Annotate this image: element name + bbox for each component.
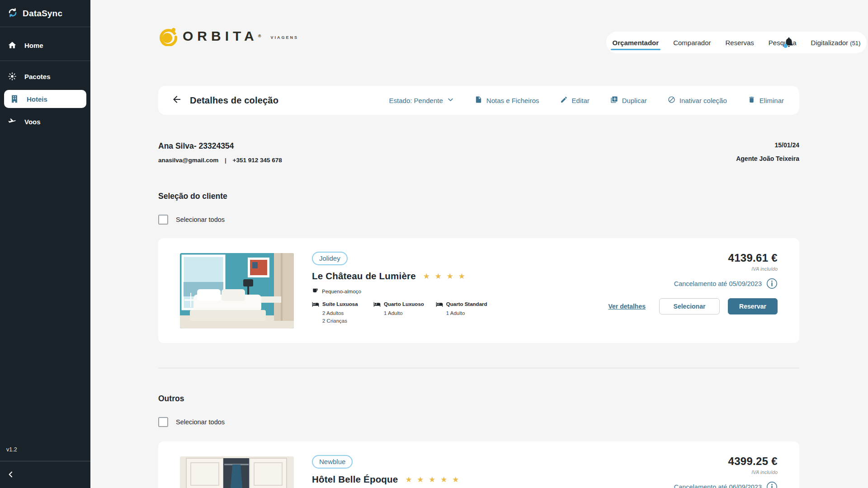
sidebar-item-pacotes[interactable]: Pacotes bbox=[0, 66, 90, 86]
bed-icon bbox=[436, 301, 443, 308]
hotel-price-panel: 4139.61 € IVA incluído Cancelamento até … bbox=[609, 252, 778, 314]
hotel-actions: Ver detalhes Selecionar Reservar bbox=[609, 298, 778, 314]
duplicate-icon bbox=[610, 96, 618, 105]
chevron-down-icon bbox=[447, 96, 454, 104]
select-button[interactable]: Selecionar bbox=[659, 298, 720, 314]
info-icon[interactable] bbox=[766, 481, 778, 488]
cancellation-info: Cancelamento até 05/09/2023 bbox=[674, 278, 778, 289]
app-brand: DataSync bbox=[0, 0, 90, 27]
tab-comparador[interactable]: Comparador bbox=[672, 33, 712, 52]
cancellation-text: Cancelamento até 06/09/2023 bbox=[674, 483, 762, 488]
room-item: Quarto Standard 1 Adulto bbox=[436, 301, 487, 324]
sidebar-item-voos[interactable]: Voos bbox=[0, 112, 90, 131]
price: 4139.61 € bbox=[728, 252, 778, 264]
book-button[interactable]: Reservar bbox=[728, 298, 778, 314]
select-all-checkbox[interactable] bbox=[158, 417, 168, 427]
hotel-photo bbox=[180, 456, 294, 488]
orbita-logo: ORBITA® VIAGENS bbox=[158, 26, 298, 49]
notification-dot bbox=[783, 44, 788, 48]
sync-icon bbox=[7, 7, 18, 20]
app-title: DataSync bbox=[23, 9, 62, 19]
hotel-main-info: Jolidey Le Château de Lumière ★ ★ ★ ★ Pe… bbox=[312, 252, 487, 324]
tab-reservas[interactable]: Reservas bbox=[725, 33, 755, 52]
hotel-card: Newblue Hôtel Belle Époque ★ ★ ★ ★ ★ 439… bbox=[158, 441, 799, 488]
room-occupancy: 1 Adulto bbox=[384, 310, 424, 317]
room-item: Suíte Luxuosa 2 Adultos 2 Crianças bbox=[312, 301, 362, 324]
provider-badge: Jolidey bbox=[312, 252, 348, 265]
rooms-list: Suíte Luxuosa 2 Adultos 2 Crianças Quart… bbox=[312, 301, 487, 324]
coffee-icon bbox=[312, 288, 318, 295]
notes-files-button[interactable]: Notas e Ficheiros bbox=[475, 96, 539, 105]
select-all-label: Selecionar todos bbox=[176, 418, 225, 426]
tab-orcamentador[interactable]: Orçamentador bbox=[612, 33, 660, 52]
back-button[interactable] bbox=[170, 94, 184, 107]
toolbar-actions: Estado: Pendente Notas e Ficheiros Edita… bbox=[389, 96, 784, 105]
section-title-client-selection: Seleção do cliente bbox=[158, 192, 227, 201]
hotel-name: Hôtel Belle Époque bbox=[312, 474, 398, 485]
info-icon[interactable] bbox=[766, 278, 778, 289]
room-occupancy: 2 Adultos 2 Crianças bbox=[322, 310, 362, 324]
logo-wordmark: ORBITA® bbox=[183, 26, 265, 46]
tab-digitalizador[interactable]: Digitalizador (51) bbox=[810, 33, 862, 52]
hotel-name: Le Château de Lumière bbox=[312, 271, 416, 282]
board-label: Pequeno-almoço bbox=[322, 289, 361, 294]
page-title: Detalhes de coleção bbox=[190, 95, 278, 106]
board-info: Pequeno-almoço bbox=[312, 288, 487, 295]
vat-note: IVA incluído bbox=[751, 469, 778, 475]
star-rating: ★ ★ ★ ★ bbox=[423, 272, 467, 281]
hotel-main-info: Newblue Hôtel Belle Époque ★ ★ ★ ★ ★ bbox=[312, 455, 461, 485]
hotel-card: Jolidey Le Château de Lumière ★ ★ ★ ★ Pe… bbox=[158, 238, 799, 343]
hotel-building-icon bbox=[9, 94, 19, 104]
file-icon bbox=[475, 96, 482, 105]
top-navigation: Orçamentador Comparador Reservas Pesquis… bbox=[606, 32, 867, 53]
client-name: Ana Silva- 23324354 bbox=[158, 141, 282, 151]
sidebar-item-label: Home bbox=[24, 42, 43, 49]
select-all-row-others[interactable]: Selecionar todos bbox=[158, 417, 225, 427]
notifications-button[interactable] bbox=[783, 36, 796, 49]
airplane-icon bbox=[7, 117, 17, 127]
delete-button[interactable]: Eliminar bbox=[748, 96, 784, 105]
bed-icon bbox=[373, 301, 381, 308]
sidebar: DataSync Home Pacotes Hoteis bbox=[0, 0, 90, 488]
sidebar-item-label: Pacotes bbox=[24, 73, 51, 80]
select-all-checkbox[interactable] bbox=[158, 215, 168, 225]
status-dropdown[interactable]: Estado: Pendente bbox=[389, 96, 454, 104]
select-all-row-client[interactable]: Selecionar todos bbox=[158, 215, 225, 225]
star-rating: ★ ★ ★ ★ ★ bbox=[405, 475, 460, 484]
section-title-others: Outros bbox=[158, 394, 184, 404]
hotel-price-panel: 4399.25 € IVA incluído Cancelamento até … bbox=[674, 455, 778, 488]
vat-note: IVA incluído bbox=[751, 266, 778, 272]
registered-mark: ® bbox=[258, 34, 265, 38]
block-icon bbox=[668, 96, 675, 105]
provider-badge: Newblue bbox=[312, 455, 353, 469]
orbita-logo-icon bbox=[158, 26, 178, 46]
sidebar-item-hoteis[interactable]: Hoteis bbox=[4, 90, 86, 108]
sidebar-item-label: Voos bbox=[24, 118, 41, 126]
deactivate-collection-button[interactable]: Inativar coleção bbox=[668, 96, 727, 105]
logo-subtitle: VIAGENS bbox=[270, 26, 298, 49]
home-icon bbox=[7, 40, 17, 50]
sidebar-item-label: Hoteis bbox=[27, 95, 47, 103]
app-version: v1.2 bbox=[6, 446, 17, 453]
view-details-link[interactable]: Ver detalhes bbox=[609, 303, 646, 310]
collection-toolbar: Detalhes de coleção Estado: Pendente Not… bbox=[158, 86, 799, 115]
pencil-icon bbox=[560, 96, 568, 105]
select-all-label: Selecionar todos bbox=[176, 216, 225, 223]
duplicate-button[interactable]: Duplicar bbox=[610, 96, 647, 105]
agent-name: Agente João Teixeira bbox=[736, 155, 799, 162]
edit-button[interactable]: Editar bbox=[560, 96, 590, 105]
cancellation-text: Cancelamento até 05/09/2023 bbox=[674, 280, 762, 287]
collapse-sidebar-button[interactable] bbox=[5, 469, 17, 482]
sidebar-item-home[interactable]: Home bbox=[0, 35, 90, 55]
section-divider bbox=[158, 368, 799, 368]
price: 4399.25 € bbox=[728, 455, 778, 468]
digitalizador-count: (51) bbox=[850, 40, 860, 47]
main-content: ORBITA® VIAGENS Orçamentador Comparador … bbox=[90, 0, 868, 488]
bed-icon bbox=[312, 301, 319, 308]
hotel-photo bbox=[180, 253, 294, 328]
trash-icon bbox=[748, 96, 755, 105]
client-phone: +351 912 345 678 bbox=[233, 157, 282, 164]
arrow-left-icon bbox=[171, 94, 182, 107]
sun-icon bbox=[7, 71, 17, 81]
sidebar-footer-divider bbox=[0, 461, 90, 461]
